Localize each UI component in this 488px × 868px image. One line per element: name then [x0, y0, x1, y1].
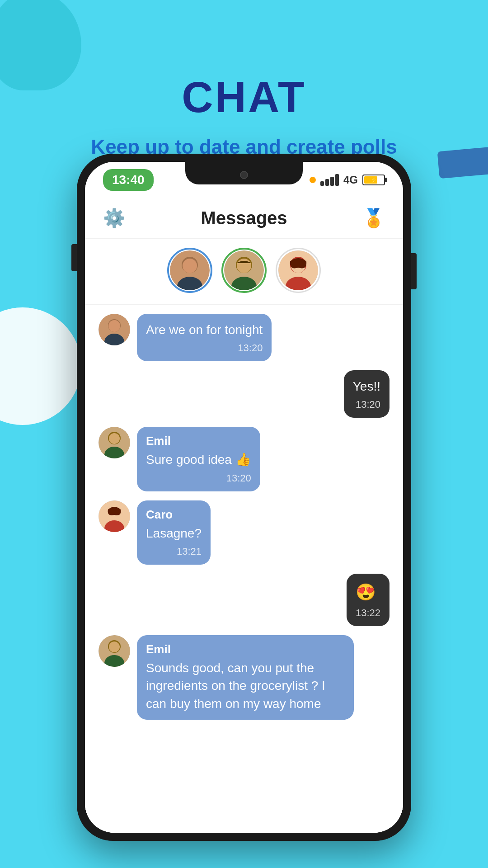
- message-row-emoji: 😍 13:22: [99, 574, 389, 626]
- msg-text: Sounds good, can you put the ingredients…: [146, 659, 345, 712]
- message-row-sounds-good: Emil Sounds good, can you put the ingred…: [99, 635, 389, 720]
- message-row-emil: Emil Sure good idea 👍 13:20: [99, 427, 389, 491]
- msg-sender: Emil: [146, 642, 345, 656]
- bubble-sure: Emil Sure good idea 👍 13:20: [137, 427, 260, 491]
- app-title: Messages: [201, 208, 287, 228]
- orange-dot: [310, 177, 316, 183]
- msg-time: 13:21: [146, 546, 202, 557]
- svg-point-19: [109, 433, 120, 444]
- battery-lightning: ⚡: [370, 176, 378, 184]
- msg-text: Are we on for tonight: [146, 321, 263, 339]
- phone-screen: 13:40 4G ⚡: [85, 162, 403, 833]
- msg-avatar-man2-2: [99, 635, 130, 667]
- battery-icon: ⚡: [362, 175, 385, 185]
- signal-bar-2: [325, 179, 329, 186]
- bubble-are-we-on: Are we on for tonight 13:20: [137, 314, 272, 361]
- status-right-icons: 4G ⚡: [310, 174, 385, 186]
- network-type: 4G: [343, 174, 358, 186]
- avatar-woman: [278, 250, 318, 290]
- msg-avatar-woman: [99, 500, 130, 532]
- msg-text: Sure good idea 👍: [146, 451, 251, 468]
- phone-content: ⚙️ Messages 🏅: [85, 198, 403, 833]
- phone-mockup: 13:40 4G ⚡: [77, 154, 411, 841]
- bubble-sounds-good: Emil Sounds good, can you put the ingred…: [137, 635, 354, 720]
- signal-bars: [320, 174, 339, 186]
- bg-decoration-circle: [0, 307, 81, 425]
- chat-area: Are we on for tonight 13:20 Yes!! 13:20: [85, 305, 403, 833]
- msg-time: 13:20: [146, 342, 263, 354]
- bubble-yes: Yes!! 13:20: [344, 370, 389, 418]
- msg-avatar-man1: [99, 314, 130, 345]
- bubble-lasagne: Caro Lasagne? 13:21: [137, 500, 211, 565]
- front-camera: [240, 171, 248, 179]
- signal-bar-3: [330, 177, 334, 186]
- page-title: CHAT: [0, 36, 488, 122]
- settings-icon[interactable]: ⚙️: [103, 208, 126, 229]
- msg-sender: Emil: [146, 434, 251, 448]
- avatar-man2-wrapper[interactable]: [221, 248, 267, 293]
- message-row-caro: Caro Lasagne? 13:21: [99, 500, 389, 565]
- msg-sender: Caro: [146, 508, 202, 522]
- status-bar: 13:40 4G ⚡: [85, 162, 403, 198]
- message-row: Are we on for tonight 13:20: [99, 314, 389, 361]
- phone-notch: [185, 162, 303, 184]
- phone-outer-shell: 13:40 4G ⚡: [77, 154, 411, 841]
- avatar-row: [85, 239, 403, 305]
- svg-point-7: [237, 259, 251, 273]
- message-row-yes: Yes!! 13:20: [99, 370, 389, 418]
- msg-text: 😍: [356, 581, 380, 604]
- app-header: ⚙️ Messages 🏅: [85, 198, 403, 239]
- svg-point-3: [183, 259, 197, 273]
- msg-time: 13:22: [356, 607, 380, 619]
- avatar-man1-wrapper[interactable]: [167, 248, 212, 293]
- msg-text: Lasagne?: [146, 524, 202, 542]
- msg-avatar-man2: [99, 427, 130, 458]
- svg-point-26: [109, 642, 120, 652]
- signal-bar-1: [320, 181, 324, 186]
- msg-text: Yes!!: [353, 377, 380, 395]
- avatar-man2: [224, 250, 264, 290]
- status-time: 13:40: [103, 169, 154, 191]
- svg-point-15: [108, 320, 120, 332]
- signal-bar-4: [335, 174, 339, 186]
- bubble-emoji: 😍 13:22: [347, 574, 389, 626]
- avatar-woman-wrapper[interactable]: [276, 248, 321, 293]
- badge-icon[interactable]: 🏅: [362, 208, 385, 229]
- msg-time: 13:20: [353, 399, 380, 410]
- avatar-man1: [170, 250, 210, 290]
- msg-time: 13:20: [146, 472, 251, 484]
